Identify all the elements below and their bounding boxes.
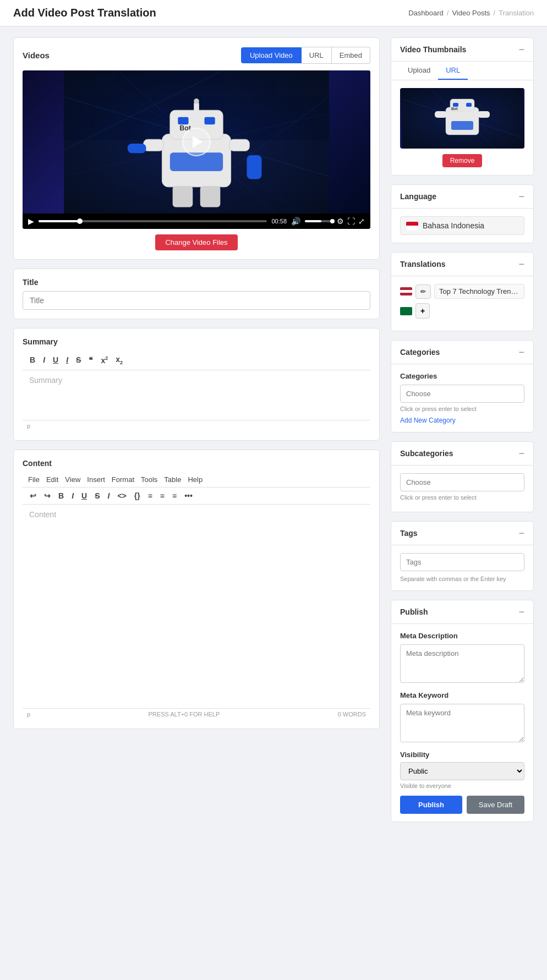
play-pause-button[interactable]: ▶ <box>28 217 34 226</box>
breadcrumb-video-posts[interactable]: Video Posts <box>452 9 490 17</box>
superscript-button[interactable]: x2 <box>98 354 111 366</box>
volume-bar[interactable] <box>305 220 332 222</box>
fullscreen-icon[interactable]: ⤢ <box>358 217 365 226</box>
italic-button[interactable]: I <box>40 354 48 365</box>
embed-tab-button[interactable]: Embed <box>332 47 370 64</box>
translations-collapse-icon[interactable]: − <box>518 259 524 269</box>
save-draft-button[interactable]: Save Draft <box>467 796 524 814</box>
summary-editor[interactable]: Summary <box>23 370 370 420</box>
language-value: Bahasa Indonesia <box>423 221 484 230</box>
content-codeblock[interactable]: {} <box>132 490 143 501</box>
summary-label: Summary <box>23 337 370 346</box>
svg-rect-18 <box>247 155 261 179</box>
translation-edit-button[interactable]: ✏ <box>415 284 431 299</box>
add-translation-button[interactable]: + <box>415 303 430 319</box>
categories-collapse-icon[interactable]: − <box>518 347 524 357</box>
thumb-tab-upload[interactable]: Upload <box>400 62 438 80</box>
content-redo[interactable]: ↪ <box>41 490 53 501</box>
menu-table[interactable]: Table <box>164 475 181 484</box>
breadcrumb-dashboard[interactable]: Dashboard <box>408 9 444 17</box>
thumb-tab-url[interactable]: URL <box>438 62 468 80</box>
categories-input[interactable] <box>400 385 524 403</box>
tags-input[interactable] <box>400 553 524 571</box>
menu-help[interactable]: Help <box>188 475 203 484</box>
categories-header[interactable]: Categories − <box>391 341 533 364</box>
svg-rect-31 <box>451 121 473 130</box>
visible-hint: Visible to everyone <box>400 782 524 789</box>
language-body: Bahasa Indonesia <box>391 209 533 243</box>
url-tab-button[interactable]: URL <box>302 47 332 64</box>
translations-card: Translations − ✏ Top 7 Technology Trends… <box>391 252 534 331</box>
thumbnails-header[interactable]: Video Thumbnails − <box>391 38 533 62</box>
content-label: Content <box>23 459 370 468</box>
subcategories-collapse-icon[interactable]: − <box>518 448 524 458</box>
thumbnails-title: Video Thumbnails <box>400 45 466 54</box>
strikethrough-button[interactable]: S <box>73 354 84 365</box>
content-undo[interactable]: ↩ <box>27 490 39 501</box>
remove-thumbnail-button[interactable]: Remove <box>442 154 483 167</box>
publish-header[interactable]: Publish − <box>391 600 533 624</box>
content-italic2[interactable]: I <box>105 490 112 501</box>
content-code[interactable]: <> <box>114 490 129 501</box>
svg-rect-29 <box>466 103 472 107</box>
menu-view[interactable]: View <box>65 475 80 484</box>
subcategories-body: Click or press enter to select <box>391 466 533 512</box>
translations-header[interactable]: Translations − <box>391 253 533 276</box>
content-align-center[interactable]: ≡ <box>157 490 167 501</box>
categories-label: Categories <box>400 372 524 380</box>
meta-keyword-input[interactable] <box>400 704 524 742</box>
language-header[interactable]: Language − <box>391 185 533 209</box>
language-collapse-icon[interactable]: − <box>518 191 524 201</box>
content-align-right[interactable]: ≡ <box>169 490 179 501</box>
bold-button[interactable]: B <box>27 354 38 365</box>
subcategories-input[interactable] <box>400 473 524 491</box>
thumbnails-card: Video Thumbnails − Upload URL <box>391 37 534 176</box>
subcategories-header[interactable]: Subcategories − <box>391 442 533 466</box>
content-italic[interactable]: I <box>69 490 76 501</box>
content-more[interactable]: ••• <box>182 490 195 501</box>
tags-collapse-icon[interactable]: − <box>518 528 524 538</box>
change-video-button[interactable]: Change Video Files <box>155 234 237 250</box>
content-align-left[interactable]: ≡ <box>145 490 155 501</box>
content-underline[interactable]: U <box>79 490 90 501</box>
translation-item-0: ✏ Top 7 Technology Trends In 2 <box>400 284 524 299</box>
thumbnails-collapse-icon[interactable]: − <box>518 45 524 54</box>
volume-icon[interactable]: 🔊 <box>291 217 300 226</box>
progress-bar[interactable] <box>39 220 267 222</box>
menu-tools[interactable]: Tools <box>141 475 157 484</box>
content-help-text: PRESS ALT+0 FOR HELP <box>149 711 220 718</box>
language-title: Language <box>400 192 436 201</box>
menu-insert[interactable]: Insert <box>87 475 105 484</box>
publish-actions: Publish Save Draft <box>400 796 524 814</box>
content-bold[interactable]: B <box>56 490 67 501</box>
visibility-select[interactable]: Public Private Password Protected <box>400 762 524 780</box>
content-status-left: p <box>27 711 30 718</box>
external-icon[interactable]: ⛶ <box>347 217 355 226</box>
meta-description-input[interactable] <box>400 644 524 683</box>
content-editor[interactable]: Content <box>23 505 370 708</box>
upload-video-button[interactable]: Upload Video <box>241 47 302 63</box>
content-status: p PRESS ALT+0 FOR HELP 0 WORDS <box>23 708 370 720</box>
title-input[interactable] <box>23 291 370 310</box>
tags-header[interactable]: Tags − <box>391 522 533 545</box>
menu-file[interactable]: File <box>28 475 40 484</box>
underline-button[interactable]: U <box>50 354 61 365</box>
video-thumbnail: Bot <box>23 70 370 213</box>
summary-section: Summary B I U I S ❝ x2 x2 Summary p <box>13 328 380 441</box>
play-button[interactable] <box>182 128 211 156</box>
blockquote-button[interactable]: ❝ <box>86 354 96 365</box>
title-label: Title <box>23 278 370 287</box>
content-toolbar: ↩ ↪ B I U S I <> {} ≡ ≡ ≡ ••• <box>23 488 370 505</box>
settings-icon[interactable]: ⚙ <box>337 217 344 226</box>
publish-collapse-icon[interactable]: − <box>518 607 524 617</box>
italic2-button[interactable]: I <box>63 354 71 365</box>
content-strikethrough[interactable]: S <box>92 490 102 501</box>
publish-button[interactable]: Publish <box>400 796 462 814</box>
visibility-label: Visibility <box>400 751 524 759</box>
menu-edit[interactable]: Edit <box>46 475 58 484</box>
svg-rect-12 <box>178 117 188 124</box>
add-new-category-link[interactable]: Add New Category <box>400 417 456 424</box>
subscript-button[interactable]: x2 <box>113 354 125 366</box>
menu-format[interactable]: Format <box>112 475 134 484</box>
content-section: Content File Edit View Insert Format Too… <box>13 450 380 729</box>
